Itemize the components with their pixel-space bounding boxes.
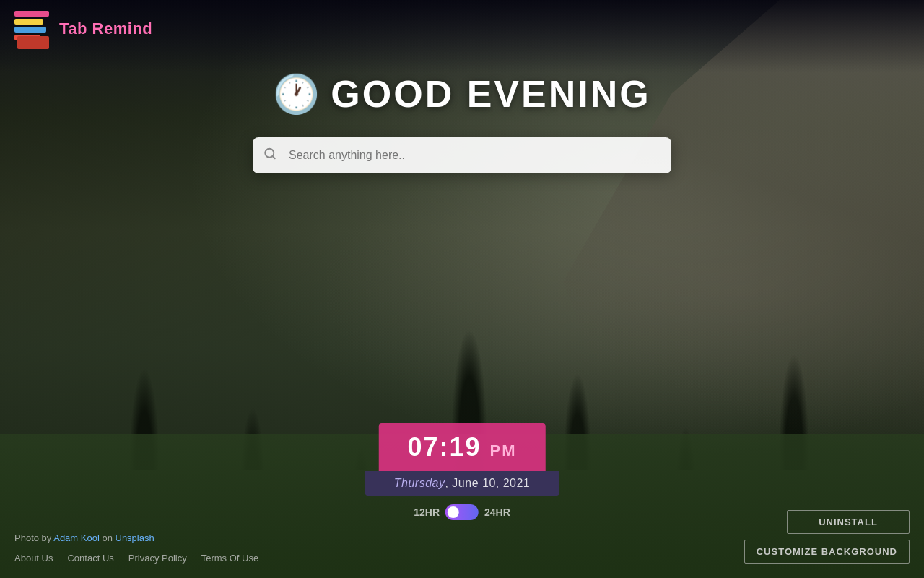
photo-credit-text: Photo by Adam Kool on Unsplash xyxy=(14,532,744,543)
search-icon xyxy=(263,147,276,164)
time-ampm: PM xyxy=(490,441,517,460)
footer-privacy-policy[interactable]: Privacy Policy xyxy=(128,553,187,564)
clock-display: 07:19 PM Thursday, June 10, 2021 12HR 24… xyxy=(365,423,559,520)
photo-credit: Photo by Adam Kool on Unsplash About Us … xyxy=(14,532,744,564)
footer-contact-us[interactable]: Contact Us xyxy=(67,553,113,564)
date-box: Thursday, June 10, 2021 xyxy=(365,471,559,496)
photo-credit-prefix: Photo by xyxy=(14,532,53,543)
logo-base xyxy=(17,36,49,49)
footer-terms-of-use[interactable]: Terms Of Use xyxy=(201,553,258,564)
time-value: 07:19 PM xyxy=(407,432,516,462)
footer-about-us[interactable]: About Us xyxy=(14,553,53,564)
greeting-text: GOOD EVENING xyxy=(331,72,650,116)
footer-divider xyxy=(14,548,159,548)
header: Tab Remind xyxy=(0,0,924,58)
footer: Photo by Adam Kool on Unsplash About Us … xyxy=(0,510,924,571)
photo-credit-author[interactable]: Adam Kool xyxy=(53,532,100,543)
time-numbers: 07:19 xyxy=(407,432,481,462)
logo-strip-2 xyxy=(14,19,43,25)
uninstall-button[interactable]: UNINSTALL xyxy=(787,510,910,534)
action-buttons: UNINSTALL CUSTOMIZE BACKGROUND xyxy=(744,510,910,564)
greeting-row: 🕐 GOOD EVENING xyxy=(273,72,650,116)
customize-background-button[interactable]: CUSTOMIZE BACKGROUND xyxy=(744,540,910,564)
date-day: Thursday xyxy=(394,477,445,489)
footer-nav: About Us Contact Us Privacy Policy Terms… xyxy=(14,553,744,564)
svg-line-1 xyxy=(272,156,274,158)
logo-text: Tab Remind xyxy=(59,20,152,38)
clock-emoji: 🕐 xyxy=(273,75,320,113)
search-input[interactable] xyxy=(253,137,671,173)
photo-credit-mid: on xyxy=(100,532,116,543)
date-full: , June 10, 2021 xyxy=(445,477,530,489)
logo-strip-3 xyxy=(14,27,46,33)
date-text: Thursday, June 10, 2021 xyxy=(394,477,531,489)
main-content: 🕐 GOOD EVENING xyxy=(0,72,924,173)
time-box: 07:19 PM xyxy=(378,423,545,471)
logo: Tab Remind xyxy=(14,7,152,51)
search-container xyxy=(253,137,671,173)
logo-strip-1 xyxy=(14,11,49,17)
photo-credit-source[interactable]: Unsplash xyxy=(116,532,154,543)
logo-icon xyxy=(14,7,52,51)
